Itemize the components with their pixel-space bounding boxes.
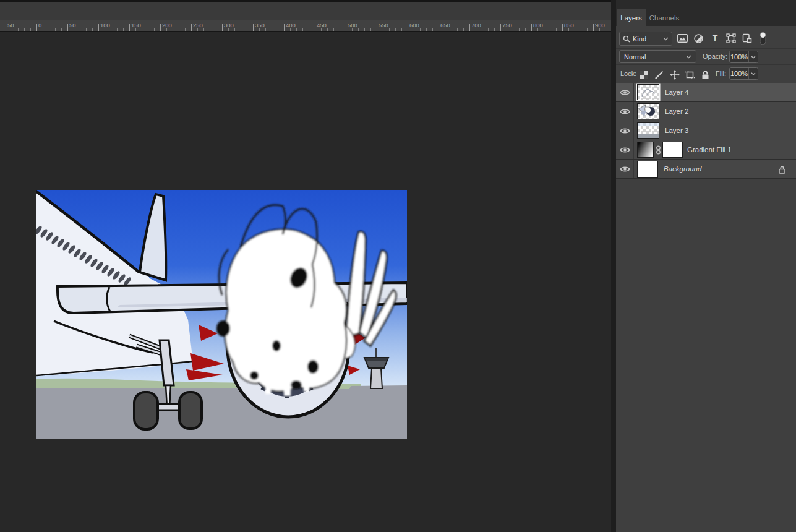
lock-transparent-pixels-icon[interactable]: [638, 68, 649, 82]
layer-name[interactable]: Layer 3: [665, 127, 688, 134]
fill-input[interactable]: 100%: [729, 67, 758, 80]
filter-kind-dropdown[interactable]: Kind: [619, 32, 672, 46]
layer-row-background[interactable]: Background: [616, 160, 796, 179]
lock-artboard-nesting-icon[interactable]: [685, 68, 695, 82]
ruler-label: 500: [348, 22, 357, 28]
adjustment-layers-filter-icon[interactable]: [693, 32, 704, 45]
ruler-label: 150: [131, 22, 141, 28]
layers-panel: Layers Channels Kind: [616, 0, 796, 532]
panel-divider: [611, 0, 616, 532]
layer-row-layer2[interactable]: Layer 2: [616, 102, 796, 121]
eye-icon: [620, 108, 630, 115]
layer-thumbnail[interactable]: [637, 103, 659, 119]
mask-link-icon: [656, 145, 661, 155]
ruler-label: 900: [595, 22, 605, 28]
chevron-down-icon: [686, 55, 691, 59]
gradient-fill-thumbnail[interactable]: [637, 142, 654, 158]
ruler-label: 250: [193, 22, 203, 28]
ruler-label: 450: [317, 22, 327, 28]
artwork-tarmac: [36, 385, 407, 439]
ruler-label: 50: [7, 22, 14, 28]
layer-mask-thumbnail[interactable]: [662, 142, 683, 158]
lock-label: Lock:: [620, 70, 636, 77]
svg-text:T: T: [712, 34, 717, 43]
ruler-label: 100: [100, 22, 110, 28]
background-lock-icon: [779, 165, 785, 176]
opacity-value: 100%: [730, 51, 749, 62]
lock-position-icon[interactable]: [669, 68, 680, 82]
pixel-layers-filter-icon[interactable]: [677, 32, 688, 45]
ruler-label: 750: [502, 22, 512, 28]
blend-mode-row: Normal Opacity: 100%: [616, 49, 796, 65]
ruler-label: 300: [224, 22, 234, 28]
lock-image-pixels-icon[interactable]: [654, 68, 664, 82]
ruler-label: 350: [255, 22, 265, 28]
horizontal-ruler[interactable]: 5005010015020025030035040045050055060065…: [0, 20, 611, 32]
chevron-down-icon: [751, 56, 756, 59]
layer-filtering-toggle[interactable]: [758, 32, 768, 45]
opacity-label: Opacity:: [703, 53, 727, 60]
layer-name[interactable]: Gradient Fill 1: [687, 146, 732, 153]
ruler-label: 550: [379, 22, 388, 28]
smart-objects-filter-icon[interactable]: [742, 32, 752, 45]
layer-row-layer4[interactable]: Layer 4: [616, 83, 796, 102]
tab-layers[interactable]: Layers: [617, 9, 646, 26]
filter-kind-label: Kind: [633, 35, 646, 43]
visibility-toggle[interactable]: [616, 140, 634, 159]
ruler-label: 200: [162, 22, 172, 28]
layer-thumbnail[interactable]: [637, 122, 659, 139]
photoshop-window: 5005010015020025030035040045050055060065…: [0, 0, 796, 532]
layer-row-gradient-fill[interactable]: Gradient Fill 1: [616, 140, 796, 160]
chevron-down-icon: [751, 72, 756, 75]
ruler-label: 0: [38, 22, 41, 28]
lock-all-icon[interactable]: [700, 68, 711, 82]
layer-name[interactable]: Background: [664, 165, 701, 173]
eye-icon: [620, 89, 630, 96]
layer-row-layer3[interactable]: Layer 3: [616, 121, 796, 140]
ruler-label: 800: [533, 22, 543, 28]
blend-mode-value: Normal: [624, 53, 646, 61]
fill-label: Fill:: [716, 70, 726, 77]
eye-icon: [620, 147, 630, 153]
opacity-input[interactable]: 100%: [729, 51, 758, 63]
artwork-airplane-bird-strike: [36, 190, 407, 439]
ruler-label: 850: [564, 22, 574, 28]
visibility-toggle[interactable]: [616, 83, 634, 101]
ruler-label: 50: [69, 22, 76, 28]
layer-filter-row: Kind T: [616, 26, 796, 49]
eye-icon: [620, 166, 630, 173]
workspace-pasteboard[interactable]: 5005010015020025030035040045050055060065…: [0, 0, 611, 532]
chevron-down-icon: [663, 37, 669, 41]
ruler-label: 700: [471, 22, 481, 28]
visibility-toggle[interactable]: [616, 160, 634, 178]
layer-name[interactable]: Layer 4: [665, 88, 688, 96]
tab-channels[interactable]: Channels: [646, 9, 683, 26]
type-layers-filter-icon[interactable]: T: [709, 32, 720, 45]
eye-icon: [620, 127, 630, 134]
shape-layers-filter-icon[interactable]: [725, 32, 736, 45]
ruler-label: 400: [286, 22, 296, 28]
fill-value: 100%: [730, 68, 749, 79]
layer-thumbnail[interactable]: [637, 84, 659, 100]
document-canvas[interactable]: [36, 190, 407, 439]
ruler-label: 600: [409, 22, 419, 28]
blend-mode-dropdown[interactable]: Normal: [619, 50, 696, 63]
search-icon: [623, 35, 630, 43]
layer-name[interactable]: Layer 2: [665, 108, 688, 115]
ruler-label: 650: [440, 22, 450, 28]
visibility-toggle[interactable]: [616, 121, 634, 140]
panel-tabstrip: Layers Channels: [616, 0, 796, 26]
layer-thumbnail[interactable]: [637, 161, 658, 178]
visibility-toggle[interactable]: [616, 102, 634, 121]
layers-list: Layer 4 Layer 2: [616, 83, 796, 179]
options-bar: [0, 2, 611, 20]
lock-row: Lock:: [616, 65, 796, 82]
